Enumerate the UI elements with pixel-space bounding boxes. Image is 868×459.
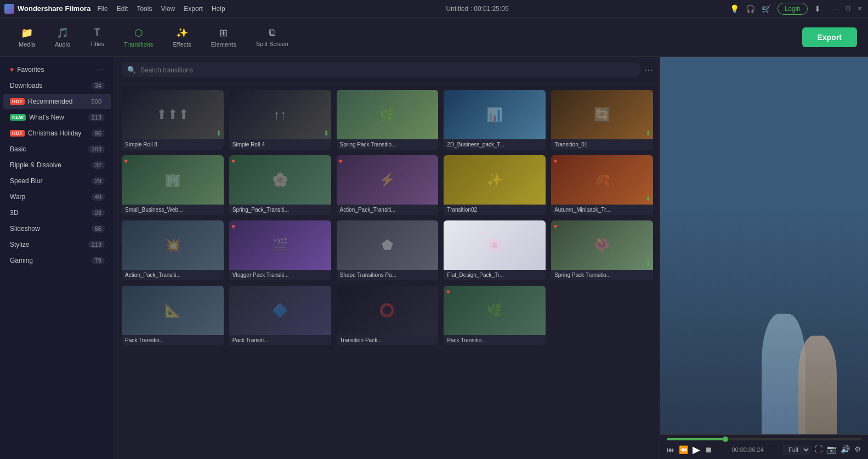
menu-export[interactable]: Export — [184, 5, 203, 13]
minimize-button[interactable]: — — [832, 5, 839, 13]
fullscreen-icon[interactable]: ⛶ — [815, 445, 822, 455]
menu-view[interactable]: View — [161, 5, 175, 13]
menu-edit[interactable]: Edit — [117, 5, 128, 13]
sidebar-item-slideshow[interactable]: Slideshow 66 — [3, 221, 111, 236]
volume-icon[interactable]: 🔊 — [841, 445, 850, 455]
screenshot-icon[interactable]: 📷 — [827, 445, 836, 455]
heart-icon: ♥ — [553, 223, 557, 230]
sidebar-item-recommended[interactable]: HOT Recommended 500 — [3, 94, 111, 109]
sidebar-item-whats-new[interactable]: NEW What's New 213 — [3, 110, 111, 125]
sidebar-item-stylize[interactable]: Stylize 219 — [3, 237, 111, 252]
sidebar-item-left: HOT Recommended — [10, 98, 72, 105]
export-button[interactable]: Export — [802, 27, 857, 47]
close-button[interactable]: ✕ — [856, 5, 864, 13]
cart-icon[interactable]: 🛒 — [762, 4, 771, 13]
transition-item-transition-01[interactable]: 🔄 ⬇ Transition_01 — [551, 90, 653, 150]
elements-tool[interactable]: ⊞ Elements — [203, 24, 244, 51]
transition-item-shape-transitions[interactable]: ⬟ Shape Transitions Pa... — [337, 220, 439, 280]
thumb-inner: 🌸 — [444, 220, 546, 270]
effects-tool[interactable]: ✨ Effects — [165, 24, 198, 51]
media-tool[interactable]: 📁 Media — [11, 24, 43, 51]
sidebar-item-downloads[interactable]: Downloads 34 — [3, 78, 111, 93]
progress-bar[interactable] — [667, 438, 861, 440]
thumb-inner: 🌿 — [337, 90, 439, 139]
sidebar-item-label: What's New — [29, 114, 64, 121]
transition-item-row4d[interactable]: ♥ 🌿 Pack Transitio... — [444, 286, 546, 345]
transitions-tool[interactable]: ⬡ Transitions — [116, 24, 161, 51]
headphone-icon[interactable]: 🎧 — [746, 4, 755, 13]
sidebar-item-warp[interactable]: Warp 49 — [3, 189, 111, 205]
transition-item-vlogger-pack[interactable]: ♥ 🎬 Vlogger Pack Transiti... — [229, 220, 331, 280]
transition-item-transition02[interactable]: ✨ Transition02 — [444, 155, 546, 215]
sidebar-item-label: Gaming — [10, 257, 33, 264]
transition-thumb: 🌿 — [337, 90, 439, 139]
transition-label: Simple Roll 4 — [229, 139, 331, 150]
sidebar-item-label: Slideshow — [10, 225, 40, 233]
sidebar-item-count: 49 — [92, 193, 105, 201]
skip-back-button[interactable]: ⏮ — [667, 445, 674, 454]
transition-item-spring-pack-3[interactable]: ♥ 🌺 ⬇ Spring Pack Transitio... — [551, 220, 653, 280]
menu-help[interactable]: Help — [212, 5, 225, 13]
titles-tool[interactable]: T Titles — [82, 24, 112, 50]
sidebar-item-left: ♥ Favorites — [10, 66, 44, 73]
maximize-button[interactable]: ☐ — [844, 5, 852, 13]
sidebar: ♥ Favorites Downloads 34 HOT Recommended… — [0, 57, 115, 459]
transition-item-flat-design[interactable]: 🌸 Flat_Design_Pack_Tr... — [444, 220, 546, 280]
sidebar-item-left: Speed Blur — [10, 177, 42, 185]
search-input[interactable] — [140, 66, 634, 74]
stop-button[interactable]: ⏹ — [705, 445, 712, 454]
heart-icon: ♥ — [446, 288, 450, 296]
split-screen-label: Split Screen — [256, 41, 288, 47]
preview-controls: ⏮ ⏪ ▶ ⏹ 00:00:06:24 Full 1/2 1/4 ⛶ 📷 🔊 ⚙ — [660, 434, 868, 459]
sidebar-item-3d[interactable]: 3D 23 — [3, 205, 111, 220]
menu-file[interactable]: File — [97, 5, 107, 13]
transition-item-row4a[interactable]: 📐 Pack Transitio... — [122, 286, 224, 345]
play-button[interactable]: ▶ — [693, 444, 700, 456]
transition-item-action-pack-2[interactable]: 💥 Action_Pack_Transiti... — [122, 220, 224, 280]
download-icon[interactable]: ⬇ — [814, 4, 821, 13]
sidebar-item-left: Stylize — [10, 241, 29, 248]
transition-label: Shape Transitions Pa... — [337, 270, 439, 280]
settings-icon[interactable]: ⚙ — [854, 445, 861, 455]
login-button[interactable]: Login — [778, 3, 808, 15]
quality-select[interactable]: Full 1/2 1/4 — [783, 445, 810, 455]
transition-item-row4b[interactable]: 🔷 Pack Transiti... — [229, 286, 331, 345]
thumb-inner: ↑↑ — [229, 90, 331, 139]
transition-item-row4c[interactable]: ⭕ Transition Pack... — [337, 286, 439, 345]
transition-item-2d-business[interactable]: 📊 2D_Business_pack_T... — [444, 90, 546, 150]
sidebar-item-count: 32 — [92, 161, 105, 169]
thumb-inner: 📊 — [444, 90, 546, 139]
transition-item-action-pack[interactable]: ♥ ⚡ Action_Pack_Transiti... — [337, 155, 439, 215]
split-screen-tool[interactable]: ⧉ Split Screen — [248, 24, 296, 50]
sidebar-item-basic[interactable]: Basic 183 — [3, 141, 111, 157]
transition-item-spring-pack[interactable]: 🌿 Spring Pack Transitio... — [337, 90, 439, 150]
step-back-button[interactable]: ⏪ — [679, 445, 688, 454]
sidebar-item-christmas[interactable]: HOT Christmas Holiday 96 — [3, 126, 111, 141]
sidebar-item-left: Ripple & Dissolve — [10, 161, 61, 169]
sidebar-item-favorites[interactable]: ♥ Favorites — [3, 62, 111, 77]
sidebar-item-speed-blur[interactable]: Speed Blur 29 — [3, 173, 111, 189]
transition-item-simple-roll-8[interactable]: ⬆⬆⬆ ⬇ Simple Roll 8 — [122, 90, 224, 150]
menu-tools[interactable]: Tools — [137, 5, 152, 13]
progress-fill — [667, 438, 725, 440]
transition-item-autumn-minipack[interactable]: ♥ 🍂 ⬇ Autumn_Minipack_Tr... — [551, 155, 653, 215]
thumb-inner: ✨ — [444, 155, 546, 205]
transition-item-spring-pack-2[interactable]: ♥ 🌸 Spring_Pack_Transiti... — [229, 155, 331, 215]
transition-label: Action_Pack_Transiti... — [122, 270, 224, 280]
sidebar-item-label: Recommended — [28, 98, 72, 105]
sidebar-item-ripple[interactable]: Ripple & Dissolve 32 — [3, 157, 111, 173]
sidebar-item-gaming[interactable]: Gaming 79 — [3, 253, 111, 268]
lightbulb-icon[interactable]: 💡 — [730, 4, 739, 13]
toolbar-left: 📁 Media 🎵 Audio T Titles ⬡ Transitions ✨… — [11, 24, 296, 51]
heart-icon: ♥ — [231, 223, 235, 230]
transition-thumb: 💥 — [122, 220, 224, 270]
transitions-icon: ⬡ — [134, 27, 143, 39]
transition-item-simple-roll-4[interactable]: ↑↑ ⬇ Simple Roll 4 — [229, 90, 331, 150]
sidebar-item-count: 79 — [92, 257, 105, 264]
sidebar-item-left: Downloads — [10, 82, 42, 89]
transition-thumb: ♥ 🍂 ⬇ — [551, 155, 653, 205]
audio-tool[interactable]: 🎵 Audio — [47, 24, 78, 51]
transition-item-small-biz[interactable]: ♥ 🏢 Small_Business_Web... — [122, 155, 224, 215]
grid-options-icon[interactable]: ⋯ — [644, 65, 653, 75]
transition-label: Pack Transiti... — [229, 335, 331, 345]
